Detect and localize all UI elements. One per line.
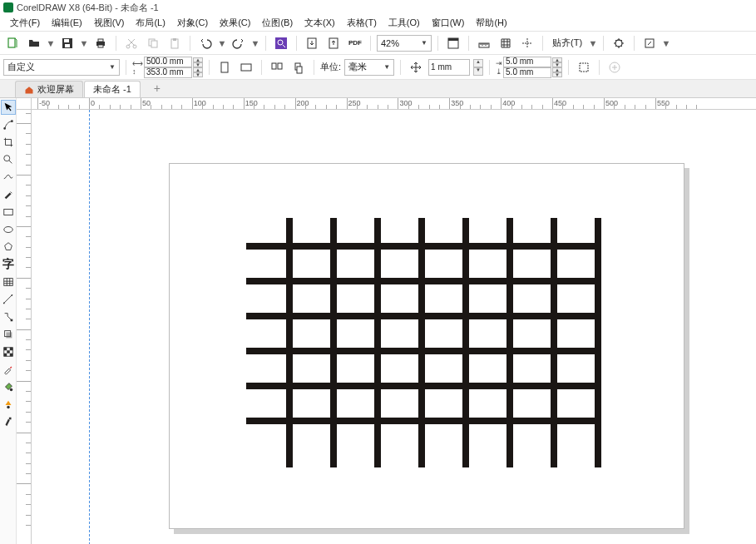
new-button[interactable]: [3, 34, 22, 52]
text-tool[interactable]: 字: [1, 257, 16, 272]
menu-file[interactable]: 文件(F): [5, 16, 45, 30]
units-combo[interactable]: 毫米▼: [344, 59, 394, 76]
table-tool[interactable]: [1, 274, 16, 289]
menu-object[interactable]: 对象(C): [172, 16, 213, 30]
canvas-area[interactable]: -50050100150200250300350400450500550 050…: [17, 98, 756, 544]
svg-rect-46: [9, 354, 12, 357]
vertical-guideline[interactable]: [89, 110, 90, 544]
app-title: CorelDRAW X8 (64-Bit) - 未命名 -1: [17, 2, 159, 14]
svg-rect-25: [278, 63, 282, 69]
ellipse-tool[interactable]: [1, 222, 16, 237]
eyedropper-tool[interactable]: [1, 362, 16, 377]
show-grid-button[interactable]: [497, 34, 515, 52]
tab-document[interactable]: 未命名 -1: [84, 81, 141, 97]
transparency-tool[interactable]: [1, 344, 16, 359]
svg-rect-23: [241, 64, 251, 71]
page-preset-combo[interactable]: 自定义▼: [3, 59, 120, 76]
svg-rect-44: [7, 350, 10, 354]
artistic-media-tool[interactable]: [1, 187, 16, 202]
app-launcher-button[interactable]: [640, 34, 659, 52]
svg-point-34: [3, 227, 12, 233]
fullscreen-button[interactable]: [444, 34, 462, 52]
current-page-button[interactable]: [289, 58, 308, 77]
home-icon: [24, 85, 34, 95]
snap-to-button[interactable]: 贴齐(T): [549, 34, 586, 52]
menu-help[interactable]: 帮助(H): [471, 16, 511, 30]
svg-rect-3: [65, 44, 70, 47]
menu-layout[interactable]: 布局(L): [131, 16, 170, 30]
smart-fill-tool[interactable]: [1, 397, 16, 412]
open-dropdown[interactable]: ▼: [47, 34, 55, 52]
menu-effects[interactable]: 效果(C): [215, 16, 255, 30]
freehand-tool[interactable]: [1, 170, 16, 185]
redo-button[interactable]: [230, 34, 248, 52]
publish-pdf-button[interactable]: PDF: [346, 34, 364, 52]
property-bar: 自定义▼ ⟷ ↕ 500.0 mm 353.0 mm ▲▼ ▲▼ 单位: 毫米▼…: [0, 55, 756, 80]
vertical-ruler[interactable]: 050100150200250300-50: [17, 110, 32, 544]
undo-dropdown[interactable]: ▼: [218, 34, 226, 52]
shape-tool[interactable]: [1, 117, 16, 132]
nudge-field[interactable]: 1 mm: [428, 59, 470, 76]
interactive-fill-tool[interactable]: [1, 379, 16, 394]
menu-bitmap[interactable]: 位图(B): [257, 16, 298, 30]
svg-rect-38: [10, 319, 12, 322]
dimension-tool[interactable]: [1, 292, 16, 307]
landscape-button[interactable]: [237, 58, 255, 77]
add-preset-button[interactable]: [605, 58, 624, 77]
menu-view[interactable]: 视图(V): [89, 16, 130, 30]
menu-window[interactable]: 窗口(W): [427, 16, 470, 30]
all-pages-button[interactable]: [268, 58, 286, 77]
menu-bar: 文件(F) 编辑(E) 视图(V) 布局(L) 对象(C) 效果(C) 位图(B…: [0, 15, 756, 32]
svg-rect-5: [98, 39, 103, 42]
print-button[interactable]: [91, 34, 110, 52]
treat-as-filled-button[interactable]: [575, 58, 593, 77]
title-bar: CorelDRAW X8 (64-Bit) - 未命名 -1: [0, 0, 756, 15]
tab-welcome[interactable]: 欢迎屏幕: [15, 81, 83, 97]
menu-edit[interactable]: 编辑(E): [47, 16, 87, 30]
menu-text[interactable]: 文本(X): [299, 16, 340, 30]
polygon-tool[interactable]: [1, 240, 16, 255]
show-rulers-button[interactable]: [475, 34, 493, 52]
drop-shadow-tool[interactable]: [1, 327, 16, 342]
save-dropdown[interactable]: ▼: [80, 34, 88, 52]
menu-table[interactable]: 表格(T): [342, 16, 382, 30]
app-launcher-dropdown[interactable]: ▼: [662, 34, 670, 52]
dup-x-field[interactable]: 5.0 mm: [503, 57, 551, 67]
save-button[interactable]: [58, 34, 77, 52]
copy-button[interactable]: [144, 34, 162, 52]
open-button[interactable]: [25, 34, 43, 52]
rectangle-tool[interactable]: [1, 205, 16, 220]
connector-tool[interactable]: [1, 309, 16, 324]
crop-tool[interactable]: [1, 135, 16, 150]
zoom-combo[interactable]: 42%▼: [377, 35, 432, 52]
svg-point-30: [3, 127, 6, 130]
app-logo: [3, 2, 13, 12]
snap-dropdown[interactable]: ▼: [589, 34, 597, 52]
menu-tools[interactable]: 工具(O): [383, 16, 425, 30]
portrait-button[interactable]: [215, 58, 234, 77]
export-button[interactable]: [324, 34, 343, 52]
svg-rect-22: [221, 62, 228, 72]
import-button[interactable]: [303, 34, 321, 52]
pick-tool[interactable]: [1, 100, 16, 115]
page-width-field[interactable]: 500.0 mm: [144, 57, 192, 67]
cut-button[interactable]: [122, 34, 141, 52]
outline-pen-tool[interactable]: [1, 414, 16, 429]
svg-rect-42: [3, 348, 7, 351]
page-height-field[interactable]: 353.0 mm: [144, 67, 192, 78]
svg-rect-12: [173, 38, 176, 41]
search-content-button[interactable]: [272, 34, 290, 52]
dup-y-field[interactable]: 5.0 mm: [503, 67, 551, 78]
zoom-tool[interactable]: [1, 152, 16, 167]
redo-dropdown[interactable]: ▼: [251, 34, 259, 52]
svg-rect-2: [64, 39, 69, 42]
add-tab-button[interactable]: +: [141, 81, 173, 97]
show-guidelines-button[interactable]: [518, 34, 536, 52]
svg-point-37: [11, 294, 12, 296]
horizontal-ruler[interactable]: -50050100150200250300350400450500550: [32, 98, 756, 110]
paste-button[interactable]: [166, 34, 184, 52]
options-button[interactable]: [610, 34, 628, 52]
svg-rect-6: [98, 45, 103, 47]
undo-button[interactable]: [196, 34, 215, 52]
ruler-origin[interactable]: [17, 98, 32, 110]
